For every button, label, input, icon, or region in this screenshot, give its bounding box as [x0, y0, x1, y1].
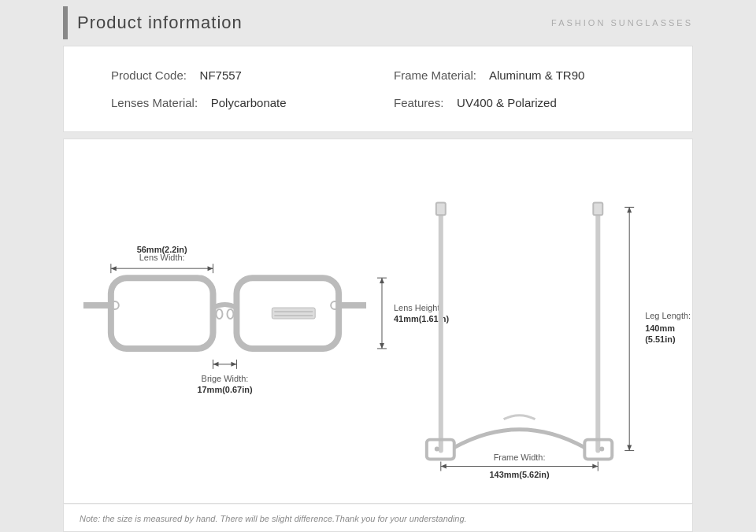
svg-text:Leg Length:: Leg Length:	[645, 311, 691, 320]
dimensions-card: Lens Width: 56mm(2.2in) Lens Height: 41m…	[63, 139, 693, 504]
svg-marker-42	[592, 464, 598, 469]
note-text: Note: the size is measured by hand. Ther…	[80, 514, 467, 523]
svg-text:Brige Width:: Brige Width:	[202, 374, 249, 383]
info-item-frame-material: Frame Material: Aluminum & TR90	[394, 68, 645, 82]
svg-text:17mm(0.67in): 17mm(0.67in)	[197, 385, 252, 394]
svg-rect-36	[436, 202, 446, 215]
header-subtitle: FASHION SUNGLASSES	[551, 18, 693, 28]
svg-rect-37	[593, 202, 602, 215]
svg-marker-48	[627, 207, 632, 212]
frame-material-value: Aluminum & TR90	[489, 68, 584, 82]
svg-marker-49	[627, 445, 632, 451]
svg-text:143mm(5.62in): 143mm(5.62in)	[489, 471, 550, 480]
header-section: Product information FASHION SUNGLASSES	[0, 0, 756, 46]
svg-rect-8	[272, 308, 315, 319]
svg-marker-26	[213, 362, 219, 367]
info-item-product-code: Product Code: NF7557	[111, 68, 362, 82]
svg-marker-13	[208, 266, 213, 271]
features-value: UV400 & Polarized	[457, 96, 557, 109]
page-wrapper: Product information FASHION SUNGLASSES P…	[0, 0, 756, 532]
svg-point-4	[217, 309, 223, 319]
product-code-label: Product Code:	[111, 68, 187, 82]
lenses-material-label: Lenses Material:	[111, 96, 198, 109]
svg-text:(5.51in): (5.51in)	[645, 334, 676, 344]
svg-text:Frame Width:: Frame Width:	[494, 453, 546, 462]
info-item-lenses-material: Lenses Material: Polycarbonate	[111, 96, 362, 109]
dimensions-diagram: Lens Width: 56mm(2.2in) Lens Height: 41m…	[64, 139, 692, 503]
header-title-wrapper: Product information	[63, 6, 243, 39]
svg-point-39	[599, 447, 604, 452]
info-item-features: Features: UV400 & Polarized	[394, 96, 645, 109]
svg-marker-41	[441, 464, 447, 469]
svg-point-5	[227, 309, 233, 319]
page-title: Product information	[77, 13, 243, 33]
frame-material-label: Frame Material:	[394, 68, 476, 82]
product-code-value: NF7557	[200, 68, 242, 82]
features-label: Features:	[394, 96, 443, 109]
svg-marker-27	[231, 362, 236, 367]
header-title-bar	[63, 6, 68, 39]
svg-marker-19	[380, 278, 384, 283]
svg-text:140mm: 140mm	[645, 323, 675, 333]
svg-text:Lens Height:: Lens Height:	[394, 303, 443, 312]
svg-rect-0	[111, 278, 213, 349]
lenses-material-value: Polycarbonate	[211, 96, 287, 109]
product-info-grid: Product Code: NF7557 Frame Material: Alu…	[111, 68, 645, 109]
svg-point-38	[435, 447, 439, 452]
svg-marker-12	[111, 266, 117, 271]
svg-text:56mm(2.2in): 56mm(2.2in)	[137, 245, 187, 254]
note-section: Note: the size is measured by hand. Ther…	[63, 504, 693, 532]
product-info-card: Product Code: NF7557 Frame Material: Alu…	[63, 46, 693, 132]
svg-marker-20	[380, 343, 384, 349]
